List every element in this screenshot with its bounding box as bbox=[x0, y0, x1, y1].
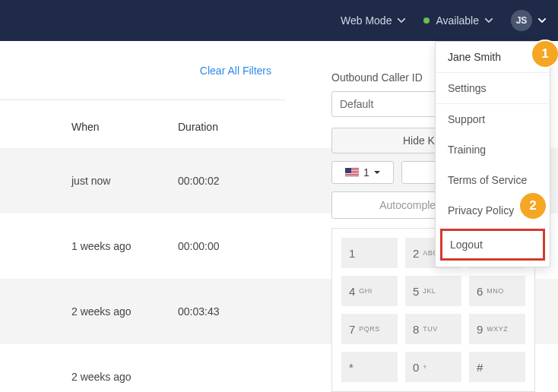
col-header-duration: Duration bbox=[178, 121, 284, 133]
web-mode-selector[interactable]: Web Mode bbox=[341, 14, 405, 27]
keypad-key-hash[interactable]: # bbox=[469, 352, 525, 382]
user-dropdown: Jane Smith Settings Support Training Ter… bbox=[435, 41, 550, 267]
keypad-key-1[interactable]: 1 bbox=[341, 238, 398, 268]
keypad-key-4[interactable]: 4GHI bbox=[341, 276, 398, 306]
chevron-down-icon bbox=[485, 18, 493, 23]
topbar: Web Mode Available JS bbox=[0, 0, 558, 41]
keypad-key-0[interactable]: 0+ bbox=[405, 352, 461, 382]
dropdown-tos[interactable]: Terms of Service bbox=[436, 165, 550, 195]
dropdown-logout[interactable]: Logout bbox=[442, 231, 543, 258]
country-code: 1 bbox=[363, 166, 369, 179]
callout-badge-2: 2 bbox=[520, 193, 546, 219]
callout-badge-1: 1 bbox=[532, 41, 558, 67]
cell-when: 1 weeks ago bbox=[0, 240, 178, 252]
cell-when: 2 weeks ago bbox=[0, 305, 178, 318]
cell-duration: 00:03:43 bbox=[178, 305, 284, 318]
user-menu-trigger[interactable]: JS bbox=[511, 10, 546, 31]
us-flag-icon bbox=[345, 168, 359, 177]
keypad-key-7[interactable]: 7PQRS bbox=[341, 314, 398, 344]
avatar: JS bbox=[511, 10, 532, 31]
status-dot-icon bbox=[423, 17, 430, 24]
chevron-down-icon bbox=[398, 18, 405, 23]
cell-duration: 00:00:00 bbox=[178, 240, 284, 252]
col-header-when: When bbox=[0, 121, 178, 133]
caret-down-icon bbox=[374, 171, 380, 175]
web-mode-label: Web Mode bbox=[341, 14, 392, 27]
status-label: Available bbox=[436, 14, 479, 27]
dropdown-training[interactable]: Training bbox=[436, 134, 550, 165]
filters-bar: Clear All Filters bbox=[0, 41, 285, 100]
cell-when: 2 weeks ago bbox=[0, 371, 178, 383]
dropdown-support[interactable]: Support bbox=[436, 104, 550, 134]
chevron-down-icon bbox=[538, 18, 546, 23]
keypad-key-6[interactable]: 6MNO bbox=[469, 276, 525, 306]
keypad-key-9[interactable]: 9WXYZ bbox=[469, 314, 525, 344]
keypad-key-star[interactable]: * bbox=[341, 352, 398, 382]
cell-when: just now bbox=[0, 175, 178, 187]
avatar-initials: JS bbox=[516, 15, 528, 26]
caller-id-value: Default bbox=[340, 98, 373, 110]
keypad-key-5[interactable]: 5JKL bbox=[405, 276, 461, 306]
cell-duration: 00:00:02 bbox=[178, 175, 284, 187]
logout-highlight: Logout bbox=[440, 229, 545, 261]
dropdown-settings[interactable]: Settings bbox=[436, 73, 550, 103]
keypad-key-8[interactable]: 8TUV bbox=[405, 314, 461, 344]
clear-filters-link[interactable]: Clear All Filters bbox=[200, 65, 271, 77]
status-selector[interactable]: Available bbox=[423, 14, 493, 27]
country-code-select[interactable]: 1 bbox=[331, 161, 394, 184]
